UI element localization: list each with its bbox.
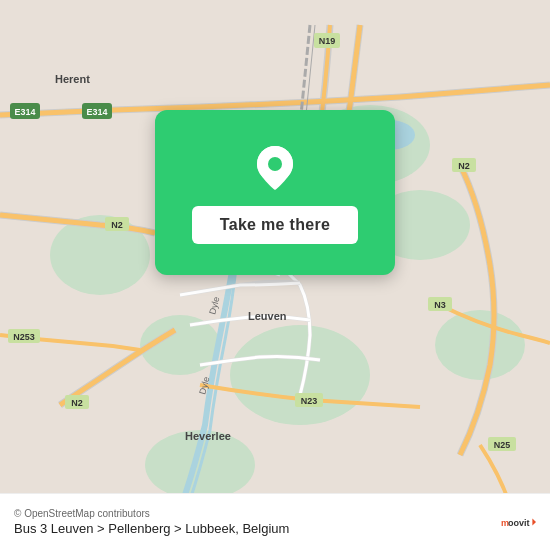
heverlee-label: Heverlee xyxy=(185,430,231,442)
bottom-left: © OpenStreetMap contributors Bus 3 Leuve… xyxy=(14,508,289,536)
map-background: E314 E314 E314 N19 N2 N2 N2 N253 N3 N23 … xyxy=(0,0,550,550)
svg-text:N2: N2 xyxy=(71,398,83,408)
svg-text:N2: N2 xyxy=(111,220,123,230)
leuven-label: Leuven xyxy=(248,310,287,322)
svg-text:N19: N19 xyxy=(319,36,336,46)
svg-text:N2: N2 xyxy=(458,161,470,171)
svg-point-3 xyxy=(230,325,370,425)
svg-text:E314: E314 xyxy=(86,107,107,117)
svg-text:N3: N3 xyxy=(434,300,446,310)
svg-marker-35 xyxy=(532,518,536,525)
svg-text:oovit: oovit xyxy=(508,518,530,528)
moovit-icon: m oovit xyxy=(500,504,536,540)
action-card: Take me there xyxy=(155,110,395,275)
bottom-bar: © OpenStreetMap contributors Bus 3 Leuve… xyxy=(0,493,550,550)
map-container: E314 E314 E314 N19 N2 N2 N2 N253 N3 N23 … xyxy=(0,0,550,550)
location-pin-icon xyxy=(249,142,301,194)
svg-text:N25: N25 xyxy=(494,440,511,450)
osm-attribution: © OpenStreetMap contributors xyxy=(14,508,289,519)
svg-text:E314: E314 xyxy=(14,107,35,117)
svg-point-32 xyxy=(268,157,282,171)
take-me-there-button[interactable]: Take me there xyxy=(192,206,358,244)
svg-text:N23: N23 xyxy=(301,396,318,406)
herent-label: Herent xyxy=(55,73,90,85)
route-label: Bus 3 Leuven > Pellenberg > Lubbeek, Bel… xyxy=(14,521,289,536)
moovit-logo: m oovit xyxy=(500,504,536,540)
svg-text:N253: N253 xyxy=(13,332,35,342)
